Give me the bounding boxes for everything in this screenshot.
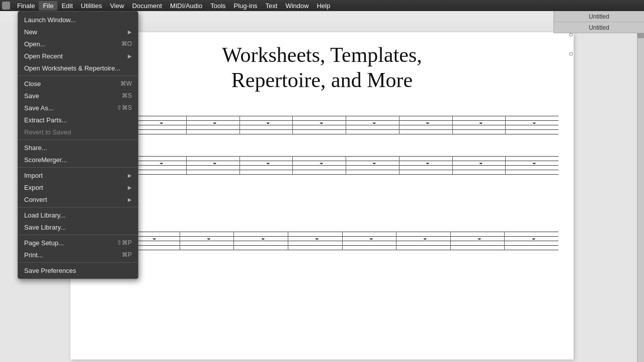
menubar-item-plugins[interactable]: Plug-ins: [230, 1, 262, 11]
m2-7t: 𝄻: [451, 232, 505, 250]
separator-2: [18, 139, 138, 140]
menu-save-preferences[interactable]: Save Preferences: [18, 264, 138, 276]
separator-4: [18, 207, 138, 207]
menubar-item-document[interactable]: Document: [128, 1, 166, 11]
measure-7b: 𝄻: [453, 156, 506, 175]
menubar-item-help[interactable]: Help: [313, 1, 335, 11]
measure-8b: 𝄻: [506, 156, 558, 175]
menu-open-worksheets[interactable]: Open Worksheets & Repertoire...: [18, 62, 138, 74]
m2-2t: 𝄻: [180, 232, 234, 250]
untitled-tab-1[interactable]: Untitled: [554, 11, 644, 22]
m2-6t: 𝄻: [396, 232, 451, 250]
menu-extract-parts[interactable]: Extract Parts...: [18, 114, 138, 126]
menubar: Finale File Edit Utilities View Document…: [0, 0, 644, 11]
menu-open-recent[interactable]: Open Recent ▶: [18, 50, 138, 62]
measure-2b: 𝄻: [187, 156, 240, 175]
corner-marker-tr: [570, 33, 573, 36]
staff-system-1: { 𝄞 ♯ 4 4: [91, 108, 558, 184]
m2-3t: 𝄻: [234, 232, 288, 250]
measure-6t: 𝄻: [399, 116, 453, 134]
treble-staff-1: 𝄞 ♯ 4 4 𝄻: [98, 108, 558, 143]
measure-8t: 𝄻: [506, 116, 558, 134]
measures-treble-2: 𝄻 𝄻 𝄻 𝄻 𝄻 𝄻 𝄻 𝄻: [126, 232, 558, 250]
measures-bass: 𝄻 𝄻 𝄻 𝄻 𝄻 𝄻 𝄻 𝄻: [133, 156, 558, 175]
measure-5b: 𝄻: [346, 156, 399, 175]
menubar-item-edit[interactable]: Edit: [57, 1, 76, 11]
measure-7t: 𝄻: [453, 116, 506, 134]
menu-load-library[interactable]: Load Library...: [18, 209, 138, 221]
menu-save-library[interactable]: Save Library...: [18, 221, 138, 233]
staff-lines-treble: 𝄻 𝄻 𝄻 𝄻 𝄻 𝄻 𝄻 𝄻: [133, 116, 558, 134]
submenu-arrow-import: ▶: [128, 173, 132, 178]
menu-export[interactable]: Export ▶: [18, 181, 138, 193]
app-icon: [2, 2, 10, 10]
measure-5t: 𝄻: [346, 116, 399, 134]
menubar-item-tools[interactable]: Tools: [206, 1, 229, 11]
shortcut-save-as: ⇧⌘S: [117, 104, 132, 111]
separator-5: [18, 235, 138, 235]
separator-1: [18, 76, 138, 76]
m2-5t: 𝄻: [343, 232, 397, 250]
measure-4b: 𝄻: [293, 156, 346, 175]
bass-staff-1: 𝄢 ♯ 4 4 𝄻 𝄻: [98, 149, 558, 184]
menubar-item-text[interactable]: Text: [262, 1, 282, 11]
staff-lines-treble-2: 𝄻 𝄻 𝄻 𝄻 𝄻 𝄻 𝄻 𝄻: [126, 232, 558, 250]
submenu-arrow-recent: ▶: [128, 53, 132, 59]
m2-4t: 𝄻: [288, 232, 343, 250]
menu-scoremerger[interactable]: ScoreMerger...: [18, 154, 138, 166]
staff-system-2: 8 { 𝄞 ♯ 𝄻: [91, 224, 558, 259]
menu-revert: Revert to Saved: [18, 126, 138, 138]
measure-6b: 𝄻: [399, 156, 453, 175]
measure-3b: 𝄻: [240, 156, 293, 175]
m2-8t: 𝄻: [505, 232, 558, 250]
menu-new[interactable]: New ▶: [18, 26, 138, 38]
menubar-item-window[interactable]: Window: [281, 1, 312, 11]
untitled-tab-2[interactable]: Untitled: [554, 22, 644, 33]
treble-staff-2: 𝄞 ♯ 𝄻 𝄻 𝄻 𝄻 𝄻: [98, 224, 558, 259]
menu-share[interactable]: Share...: [18, 141, 138, 154]
shortcut-print: ⌘P: [122, 251, 132, 258]
measure-4t: 𝄻: [293, 116, 346, 134]
document-tabs: Untitled Untitled: [553, 11, 644, 33]
menubar-item-utilities[interactable]: Utilities: [77, 1, 106, 11]
separator-6: [18, 262, 138, 263]
menu-launch-window[interactable]: Launch Window...: [18, 14, 138, 26]
shortcut-open: ⌘O: [121, 40, 132, 47]
separator-3: [18, 167, 138, 168]
menu-open[interactable]: Open... ⌘O: [18, 38, 138, 50]
staff-lines-bass: 𝄻 𝄻 𝄻 𝄻 𝄻 𝄻 𝄻 𝄻: [133, 156, 558, 174]
score-paper: Worksheets, Templates,Repertoire, and Mo…: [70, 32, 574, 359]
shortcut-page-setup: ⇧⌘P: [117, 239, 132, 246]
shortcut-close: ⌘W: [120, 80, 132, 87]
scrollbar-right[interactable]: [637, 22, 644, 362]
menubar-item-file[interactable]: File: [39, 1, 57, 11]
menubar-item-finale[interactable]: Finale: [13, 1, 39, 11]
menu-convert[interactable]: Convert ▶: [18, 193, 138, 205]
measure-3t: 𝄻: [240, 116, 293, 134]
measure-2t: 𝄻: [187, 116, 240, 134]
menubar-item-midi-audio[interactable]: MIDI/Audio: [166, 1, 206, 11]
menu-print[interactable]: Print... ⌘P: [18, 249, 138, 261]
shortcut-save: ⌘S: [122, 92, 132, 99]
measures-treble: 𝄻 𝄻 𝄻 𝄻 𝄻 𝄻 𝄻 𝄻: [133, 116, 558, 134]
file-menu: Launch Window... New ▶ Open... ⌘O Open R…: [18, 11, 138, 279]
submenu-arrow-export: ▶: [128, 185, 132, 190]
menu-close[interactable]: Close ⌘W: [18, 78, 138, 90]
measure-1t: 𝄻: [133, 116, 187, 134]
corner-marker-tr2: [570, 52, 573, 55]
score-title: Worksheets, Templates,Repertoire, and Mo…: [86, 42, 558, 93]
measure-1b: 𝄻: [133, 156, 187, 175]
menu-save-as[interactable]: Save As... ⇧⌘S: [18, 102, 138, 114]
menubar-item-view[interactable]: View: [106, 1, 128, 11]
menu-import[interactable]: Import ▶: [18, 169, 138, 181]
submenu-arrow-new: ▶: [128, 29, 132, 35]
menu-page-setup[interactable]: Page Setup... ⇧⌘P: [18, 237, 138, 249]
submenu-arrow-convert: ▶: [128, 197, 132, 202]
menu-save[interactable]: Save ⌘S: [18, 90, 138, 102]
